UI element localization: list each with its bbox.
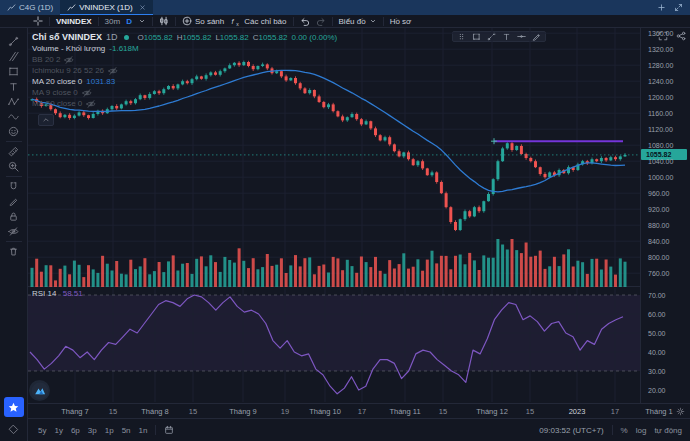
time-axis-label: Tháng 9: [229, 407, 257, 416]
chart-style-button[interactable]: [159, 16, 169, 26]
close-icon: [139, 4, 146, 11]
sidebar-tool-text[interactable]: [5, 79, 23, 94]
layout-label: Biểu đồ: [339, 17, 366, 26]
pencil-icon: [8, 196, 19, 207]
range-button-3p[interactable]: 3p: [88, 426, 97, 435]
range-button-1n[interactable]: 1n: [139, 426, 148, 435]
sidebar-divider: [6, 176, 22, 177]
legend-row-3[interactable]: MA 20 close 01031.83: [32, 76, 337, 87]
range-button-6p[interactable]: 6p: [71, 426, 80, 435]
sidebar-tool-trash[interactable]: [5, 244, 23, 259]
range-button-1p[interactable]: 1p: [105, 426, 114, 435]
market-status-dot: [124, 35, 129, 40]
time-axis-label: Tháng 10: [309, 407, 341, 416]
sidebar-tool-ruler[interactable]: [5, 144, 23, 159]
drawing-sidebar: [0, 28, 28, 441]
sidebar-tool-pattern[interactable]: [5, 94, 23, 109]
add-chart-button[interactable]: [657, 3, 666, 12]
price-pane[interactable]: Chỉ số VNINDEX1DO1055.82H1055.82L1055.82…: [28, 28, 640, 287]
broker-logo: [29, 380, 50, 401]
sidebar-tool-magnet[interactable]: [5, 179, 23, 194]
layout-button[interactable]: Biểu đồ: [339, 17, 377, 26]
sidebar-tool-lock[interactable]: [5, 209, 23, 224]
range-button-1y[interactable]: 1y: [54, 426, 62, 435]
redo-button[interactable]: [316, 16, 326, 26]
price-axis-label: 880.00: [648, 222, 669, 229]
price-axis-label: 840.00: [648, 238, 669, 245]
tab-c4g[interactable]: C4G (1D): [0, 0, 60, 15]
visibility-toggle[interactable]: [108, 66, 118, 76]
percent-scale-button[interactable]: %: [621, 426, 628, 435]
svg-text:x: x: [236, 20, 239, 26]
indicator-value: 1031.83: [86, 76, 115, 87]
gear-icon[interactable]: [676, 407, 685, 416]
interval-button[interactable]: 30m: [105, 17, 121, 26]
undo-button[interactable]: [300, 16, 310, 26]
shapes-icon: [8, 66, 19, 77]
visibility-toggle[interactable]: [86, 99, 96, 109]
rsi-legend-row[interactable]: RSI 14 58.51: [32, 289, 83, 298]
gear-icon: [676, 407, 685, 416]
legend-row-5[interactable]: MA 50 close 0: [32, 98, 337, 109]
tab-vnindex[interactable]: VNINDEX (1D): [60, 0, 152, 15]
visibility-toggle[interactable]: [82, 88, 92, 98]
range-button-5n[interactable]: 5n: [122, 426, 131, 435]
symbol-button[interactable]: VNINDEX: [56, 17, 92, 26]
timeframe-button[interactable]: D: [126, 17, 132, 26]
expand-icon[interactable]: [674, 3, 683, 12]
auto-scale-button[interactable]: tự động: [654, 426, 682, 435]
eye-off-icon: [86, 99, 96, 109]
visibility-toggle[interactable]: [64, 55, 74, 65]
time-axis-label: 19: [281, 407, 289, 416]
favorites-star-button[interactable]: [4, 397, 24, 417]
legend-collapse-button[interactable]: [38, 114, 54, 126]
redo-icon: [316, 16, 326, 26]
clock-timezone[interactable]: 09:03:52 (UTC+7): [539, 426, 603, 435]
price-axis-label: 1080.00: [648, 142, 673, 149]
symbol-title-row[interactable]: Chỉ số VNINDEX1DO1055.82H1055.82L1055.82…: [32, 32, 337, 43]
ohlc-l-value: 1055.82: [220, 33, 249, 42]
time-axis-label: 2023: [569, 407, 586, 416]
go-to-date-button[interactable]: [164, 425, 174, 435]
eyeoff-icon: [8, 226, 19, 237]
legend-row-2[interactable]: Ichimoku 9 26 52 26: [32, 65, 337, 76]
range-button-5y[interactable]: 5y: [38, 426, 46, 435]
rsi-axis-label: 70.00: [648, 292, 666, 299]
chart-legend: Chỉ số VNINDEX1DO1055.82H1055.82L1055.82…: [32, 32, 337, 109]
legend-row-4[interactable]: MA 9 close 0: [32, 87, 337, 98]
sidebar-tool-wave[interactable]: [5, 109, 23, 124]
rsi-pane[interactable]: RSI 14 58.51: [28, 288, 640, 402]
sidebar-tool-zoom[interactable]: [5, 159, 23, 174]
indicator-name: MA 20 close 0: [32, 76, 82, 87]
eye-off-icon: [64, 55, 74, 65]
object-tree-button[interactable]: [5, 421, 23, 437]
price-axis[interactable]: 1055.82 1360.001320.001280.001240.001200…: [640, 28, 690, 403]
pattern-icon: [8, 96, 19, 107]
legend-row-0[interactable]: Volume - Khối lượng-1.618M: [32, 43, 337, 54]
change-value: 0.00 (0.00%): [291, 33, 337, 42]
sidebar-tool-pencil[interactable]: [5, 194, 23, 209]
indicator-name: MA 9 close 0: [32, 87, 78, 98]
crosshair-tool-button[interactable]: [33, 16, 43, 26]
profile-button[interactable]: Hồ sơ: [390, 17, 412, 26]
sidebar-tool-eyeoff[interactable]: [5, 224, 23, 239]
indicator-name: Ichimoku 9 26 52 26: [32, 65, 104, 76]
indicators-button[interactable]: fx Các chỉ báo: [230, 16, 286, 27]
chart-tab-bar: C4G (1D) VNINDEX (1D): [0, 0, 690, 15]
plus-icon: [657, 3, 666, 12]
sidebar-tool-pitchfork[interactable]: [5, 49, 23, 64]
chevron-down-icon[interactable]: [138, 17, 146, 25]
price-axis-label: 1360.00: [648, 30, 673, 37]
caret-icon: [138, 17, 146, 25]
sidebar-tool-shapes[interactable]: [5, 64, 23, 79]
line-chart-icon: [67, 3, 76, 12]
compare-button[interactable]: So sánh: [182, 16, 224, 26]
sidebar-tool-emoji[interactable]: [5, 124, 23, 139]
circle-plus-icon: [182, 16, 192, 26]
sidebar-tool-trendline[interactable]: [5, 34, 23, 49]
close-icon[interactable]: [139, 4, 146, 11]
emoji-icon: [8, 126, 19, 137]
log-scale-button[interactable]: log: [636, 426, 647, 435]
legend-row-1[interactable]: BB 20 2: [32, 54, 337, 65]
time-axis[interactable]: Tháng 715Tháng 815Tháng 919Tháng 1017Thá…: [28, 403, 690, 418]
